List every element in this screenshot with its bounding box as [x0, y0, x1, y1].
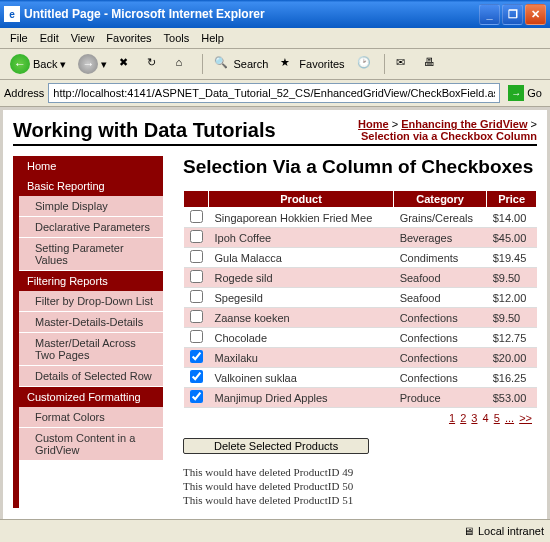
history-button[interactable]: 🕑: [353, 54, 377, 74]
security-zone: 🖥 Local intranet: [463, 525, 544, 537]
row-checkbox[interactable]: [190, 370, 203, 383]
pager-page[interactable]: 3: [471, 412, 477, 424]
cell-product: Chocolade: [209, 328, 394, 348]
delete-selected-button[interactable]: Delete Selected Products: [183, 438, 369, 454]
table-row: Gula MalaccaCondiments$19.45: [184, 248, 537, 268]
menu-tools[interactable]: Tools: [158, 30, 196, 46]
star-icon: ★: [280, 56, 296, 72]
table-row: Manjimup Dried ApplesProduce$53.00: [184, 388, 537, 408]
menu-file[interactable]: File: [4, 30, 34, 46]
nav-header[interactable]: Customized Formatting: [19, 387, 163, 407]
cell-price: $12.00: [487, 288, 537, 308]
address-bar: Address →Go: [0, 80, 550, 107]
cell-category: Confections: [394, 328, 487, 348]
search-icon: 🔍: [214, 56, 230, 72]
products-grid: ProductCategoryPrice Singaporean Hokkien…: [183, 190, 537, 408]
nav-header[interactable]: Basic Reporting: [19, 176, 163, 196]
row-checkbox[interactable]: [190, 290, 203, 303]
cell-product: Singaporean Hokkien Fried Mee: [209, 208, 394, 228]
menu-help[interactable]: Help: [195, 30, 230, 46]
breadcrumb-section[interactable]: Enhancing the GridView: [401, 118, 527, 130]
breadcrumb-home[interactable]: Home: [358, 118, 389, 130]
table-row: Zaanse koekenConfections$9.50: [184, 308, 537, 328]
nav-header[interactable]: Filtering Reports: [19, 271, 163, 291]
cell-category: Grains/Cereals: [394, 208, 487, 228]
cell-product: Manjimup Dried Apples: [209, 388, 394, 408]
pager-page[interactable]: 5: [494, 412, 500, 424]
pager-more[interactable]: ...: [505, 412, 514, 424]
restore-button[interactable]: ❐: [502, 4, 523, 25]
table-row: Singaporean Hokkien Fried MeeGrains/Cere…: [184, 208, 537, 228]
row-checkbox[interactable]: [190, 230, 203, 243]
result-message: This would have deleted ProductID 49: [183, 466, 537, 478]
menu-bar: File Edit View Favorites Tools Help: [0, 28, 550, 49]
browser-viewport[interactable]: Working with Data Tutorials Home > Enhan…: [0, 107, 550, 519]
cell-product: Spegesild: [209, 288, 394, 308]
row-checkbox[interactable]: [190, 210, 203, 223]
menu-favorites[interactable]: Favorites: [100, 30, 157, 46]
nav-item[interactable]: Format Colors: [19, 407, 163, 428]
page-title: Working with Data Tutorials: [13, 119, 276, 142]
row-checkbox[interactable]: [190, 390, 203, 403]
home-icon: ⌂: [175, 56, 191, 72]
menu-edit[interactable]: Edit: [34, 30, 65, 46]
cell-product: Zaanse koeken: [209, 308, 394, 328]
pager-page[interactable]: 1: [449, 412, 455, 424]
result-message: This would have deleted ProductID 50: [183, 480, 537, 492]
table-row: Ipoh CoffeeBeverages$45.00: [184, 228, 537, 248]
sidebar-nav: HomeBasic ReportingSimple DisplayDeclara…: [13, 156, 163, 508]
nav-item[interactable]: Master/Detail Across Two Pages: [19, 333, 163, 366]
breadcrumb-current: Selection via a Checkbox Column: [361, 130, 537, 142]
row-checkbox[interactable]: [190, 310, 203, 323]
go-button[interactable]: →Go: [504, 84, 546, 102]
result-message: This would have deleted ProductID 51: [183, 494, 537, 506]
row-checkbox[interactable]: [190, 350, 203, 363]
nav-item[interactable]: Filter by Drop-Down List: [19, 291, 163, 312]
go-icon: →: [508, 85, 524, 101]
pager-page[interactable]: 2: [460, 412, 466, 424]
pager-next[interactable]: >>: [519, 412, 532, 424]
cell-product: Ipoh Coffee: [209, 228, 394, 248]
favorites-button[interactable]: ★Favorites: [276, 54, 348, 74]
nav-item[interactable]: Details of Selected Row: [19, 366, 163, 387]
breadcrumb: Home > Enhancing the GridView > Selectio…: [358, 118, 537, 142]
menu-view[interactable]: View: [65, 30, 101, 46]
table-row: SpegesildSeafood$12.00: [184, 288, 537, 308]
close-button[interactable]: ✕: [525, 4, 546, 25]
cell-category: Beverages: [394, 228, 487, 248]
refresh-button[interactable]: ↻: [143, 54, 167, 74]
ie-icon: e: [4, 6, 20, 22]
nav-item[interactable]: Simple Display: [19, 196, 163, 217]
row-checkbox[interactable]: [190, 330, 203, 343]
row-checkbox[interactable]: [190, 250, 203, 263]
address-input[interactable]: [48, 83, 500, 103]
column-header: [184, 191, 209, 208]
home-button[interactable]: ⌂: [171, 54, 195, 74]
cell-price: $19.45: [487, 248, 537, 268]
refresh-icon: ↻: [147, 56, 163, 72]
nav-item[interactable]: Master-Details-Details: [19, 312, 163, 333]
status-bar: 🖥 Local intranet: [0, 519, 550, 541]
nav-item[interactable]: Declarative Parameters: [19, 217, 163, 238]
nav-header[interactable]: Home: [19, 156, 163, 176]
pager-page: 4: [483, 412, 489, 424]
address-label: Address: [4, 87, 44, 99]
mail-button[interactable]: ✉: [392, 54, 416, 74]
nav-item[interactable]: Custom Content in a GridView: [19, 428, 163, 461]
cell-price: $14.00: [487, 208, 537, 228]
cell-category: Produce: [394, 388, 487, 408]
cell-category: Condiments: [394, 248, 487, 268]
nav-item[interactable]: Setting Parameter Values: [19, 238, 163, 271]
column-header: Category: [394, 191, 487, 208]
minimize-button[interactable]: _: [479, 4, 500, 25]
row-checkbox[interactable]: [190, 270, 203, 283]
stop-button[interactable]: ✖: [115, 54, 139, 74]
history-icon: 🕑: [357, 56, 373, 72]
print-button[interactable]: 🖶: [420, 54, 444, 74]
cell-category: Seafood: [394, 268, 487, 288]
cell-product: Gula Malacca: [209, 248, 394, 268]
search-button[interactable]: 🔍Search: [210, 54, 272, 74]
window-title: Untitled Page - Microsoft Internet Explo…: [24, 7, 477, 21]
back-button[interactable]: ←Back ▾: [6, 52, 70, 76]
forward-button[interactable]: → ▾: [74, 52, 111, 76]
